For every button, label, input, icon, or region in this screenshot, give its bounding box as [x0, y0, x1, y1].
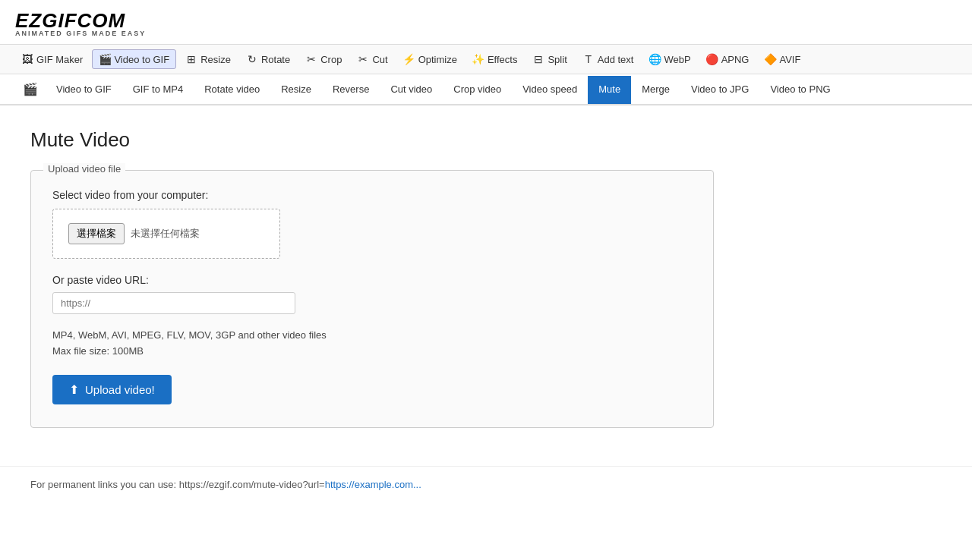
- sub-nav-item-mute[interactable]: Mute: [588, 76, 631, 104]
- optimize-nav-icon: ⚡: [403, 53, 415, 65]
- video-to-gif-nav-label: Video to GIF: [114, 54, 169, 65]
- header: EZGIFCOM ANIMATED GIFS MADE EASY: [0, 0, 972, 45]
- upload-box: Upload video file Select video from your…: [30, 170, 714, 428]
- upload-icon: ⬆: [69, 382, 79, 397]
- logo-sub-text: ANIMATED GIFS MADE EASY: [15, 30, 146, 37]
- sub-nav-item-resize[interactable]: Resize: [270, 76, 322, 104]
- top-nav-item-split[interactable]: ⊟Split: [526, 50, 573, 68]
- max-size-text: Max file size: 100MB: [52, 345, 144, 357]
- file-types-text: MP4, WebM, AVI, MPEG, FLV, MOV, 3GP and …: [52, 329, 327, 341]
- rotate-nav-label: Rotate: [261, 54, 290, 65]
- page-title: Mute Video: [30, 128, 942, 152]
- main-content: Mute Video Upload video file Select vide…: [0, 105, 972, 451]
- footer-text: For permanent links you can use: https:/…: [30, 479, 325, 490]
- apng-nav-icon: 🔴: [706, 53, 718, 65]
- top-nav-item-avif[interactable]: 🔶AVIF: [758, 50, 806, 68]
- webp-nav-icon: 🌐: [649, 53, 661, 65]
- crop-nav-icon: ✂: [305, 53, 317, 65]
- resize-nav-icon: ⊞: [185, 53, 197, 65]
- top-nav-item-video-to-gif[interactable]: 🎬Video to GIF: [92, 49, 176, 69]
- optimize-nav-label: Optimize: [418, 54, 457, 65]
- footer-link[interactable]: https://example.com...: [325, 479, 421, 490]
- sub-nav-item-rotate-video[interactable]: Rotate video: [194, 76, 270, 104]
- top-nav-item-optimize[interactable]: ⚡Optimize: [397, 50, 463, 68]
- gif-maker-nav-label: GIF Maker: [36, 54, 83, 65]
- sub-nav-item-merge[interactable]: Merge: [631, 76, 680, 104]
- sub-nav-video-icon: 🎬: [15, 74, 46, 104]
- upload-box-legend: Upload video file: [43, 163, 125, 175]
- video-to-gif-nav-icon: 🎬: [99, 53, 111, 65]
- url-input[interactable]: [52, 292, 295, 314]
- avif-nav-icon: 🔶: [764, 53, 776, 65]
- sub-nav-item-video-to-gif[interactable]: Video to GIF: [46, 76, 122, 104]
- file-info: MP4, WebM, AVI, MPEG, FLV, MOV, 3GP and …: [52, 328, 692, 360]
- sub-nav-item-video-speed[interactable]: Video speed: [512, 76, 588, 104]
- gif-maker-nav-icon: 🖼: [21, 53, 33, 65]
- resize-nav-label: Resize: [200, 54, 231, 65]
- logo[interactable]: EZGIFCOM ANIMATED GIFS MADE EASY: [15, 9, 146, 37]
- add-text-nav-icon: T: [582, 53, 595, 65]
- sub-nav-item-crop-video[interactable]: Crop video: [443, 76, 512, 104]
- top-nav-item-rotate[interactable]: ↻Rotate: [240, 50, 296, 68]
- split-nav-icon: ⊟: [532, 53, 544, 65]
- top-nav-item-crop[interactable]: ✂Crop: [299, 50, 348, 68]
- sub-nav-item-reverse[interactable]: Reverse: [322, 76, 380, 104]
- upload-btn-label: Upload video!: [85, 383, 155, 396]
- top-nav: 🖼GIF Maker🎬Video to GIF⊞Resize↻Rotate✂Cr…: [0, 45, 972, 74]
- cut-nav-icon: ✂: [357, 53, 369, 65]
- top-nav-item-effects[interactable]: ✨Effects: [466, 50, 524, 68]
- add-text-nav-label: Add text: [598, 54, 634, 65]
- effects-nav-icon: ✨: [472, 53, 484, 65]
- webp-nav-label: WebP: [664, 54, 690, 65]
- top-nav-item-cut[interactable]: ✂Cut: [351, 50, 393, 68]
- url-label: Or paste video URL:: [52, 274, 692, 286]
- file-input-area[interactable]: 選擇檔案 未選擇任何檔案: [52, 209, 280, 259]
- top-nav-item-apng[interactable]: 🔴APNG: [700, 50, 756, 68]
- logo-main-text: EZGIFCOM: [15, 9, 125, 32]
- top-nav-item-resize[interactable]: ⊞Resize: [179, 50, 237, 68]
- effects-nav-label: Effects: [488, 54, 518, 65]
- sub-nav-item-video-to-jpg[interactable]: Video to JPG: [680, 76, 759, 104]
- top-nav-item-webp[interactable]: 🌐WebP: [642, 50, 696, 68]
- file-input-label: Select video from your computer:: [52, 189, 692, 201]
- sub-nav: 🎬 Video to GIFGIF to MP4Rotate videoResi…: [0, 74, 972, 105]
- sub-nav-item-video-to-png[interactable]: Video to PNG: [759, 76, 841, 104]
- top-nav-item-add-text[interactable]: TAdd text: [576, 50, 640, 68]
- footer: For permanent links you can use: https:/…: [0, 466, 972, 502]
- crop-nav-label: Crop: [320, 54, 342, 65]
- rotate-nav-icon: ↻: [246, 53, 258, 65]
- file-name-label: 未選擇任何檔案: [131, 227, 200, 241]
- cut-nav-label: Cut: [372, 54, 387, 65]
- top-nav-item-gif-maker[interactable]: 🖼GIF Maker: [15, 50, 89, 68]
- sub-nav-item-gif-to-mp4[interactable]: GIF to MP4: [122, 76, 194, 104]
- apng-nav-label: APNG: [721, 54, 750, 65]
- upload-button[interactable]: ⬆ Upload video!: [52, 375, 172, 404]
- split-nav-label: Split: [548, 54, 566, 65]
- avif-nav-label: AVIF: [779, 54, 800, 65]
- sub-nav-item-cut-video[interactable]: Cut video: [380, 76, 443, 104]
- choose-file-button[interactable]: 選擇檔案: [68, 223, 125, 244]
